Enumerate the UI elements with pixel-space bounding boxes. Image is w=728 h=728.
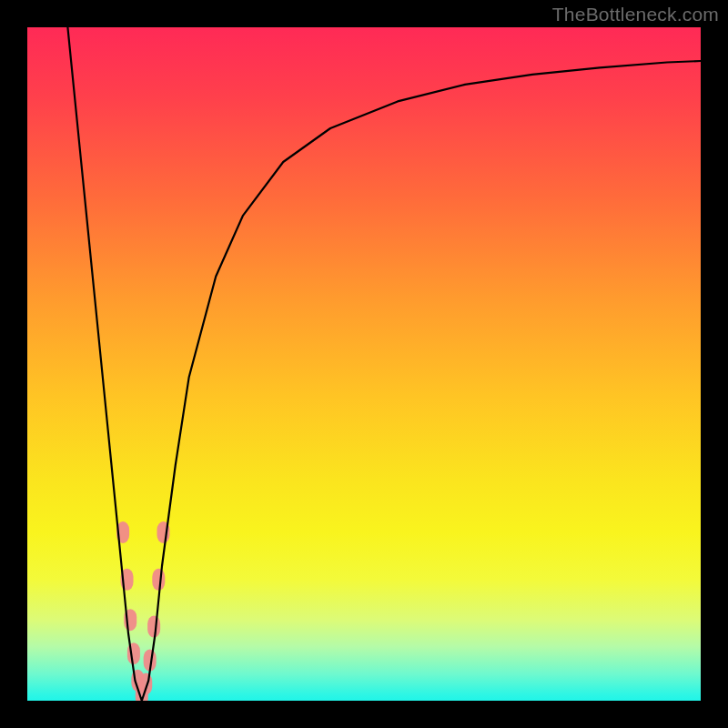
bottleneck-curve [67, 27, 701, 701]
plot-area [27, 27, 701, 701]
marker-point [147, 616, 160, 638]
chart-container: TheBottleneck.com [0, 0, 728, 728]
marker-point [152, 569, 165, 591]
markers-group [116, 521, 169, 701]
chart-svg [27, 27, 701, 701]
watermark-text: TheBottleneck.com [552, 4, 719, 25]
